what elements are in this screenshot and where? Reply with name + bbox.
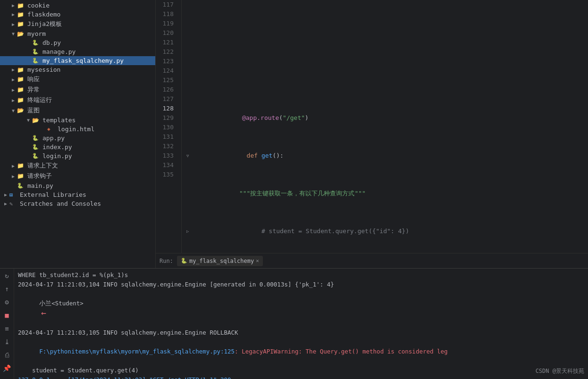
terminal-btn-pin[interactable]: 📌 [2, 363, 12, 373]
folder-arrow-templates: ▼ [25, 118, 32, 123]
folder-arrow-terminal: ▶ [9, 98, 17, 103]
html-icon-login: ◈ [47, 126, 56, 133]
sidebar-item-flaskdemo[interactable]: ▶ 📁 flaskdemo [0, 10, 155, 19]
folder-arrow-blueprint: ▼ [9, 108, 17, 113]
terminal-toolbar: ↻ ↑ ⚙ ■ ≡ ⤓ ⎙ 📌 [0, 269, 14, 379]
line-numbers: 117 118 119 120 121 122 123 124 125 126 … [156, 0, 182, 253]
sidebar-item-index[interactable]: 🐍 index.py [0, 143, 155, 152]
sidebar-item-scratches[interactable]: ▶ ✎ Scratches and Consoles [0, 199, 155, 208]
sidebar-label-response: 响应 [27, 75, 40, 84]
ln-120: 120 [160, 28, 176, 38]
folder-arrow-external: ▶ [2, 192, 9, 197]
folder-icon-req-context: 📁 [17, 162, 25, 169]
py-icon-main: 🐍 [17, 183, 25, 189]
terminal-btn-align[interactable]: ≡ [2, 323, 12, 334]
sidebar-item-req-hook[interactable]: ▶ 📁 请求钩子 [0, 171, 155, 181]
term-line-3: 小兰<Student> ← [18, 289, 584, 328]
sidebar-item-jinja2[interactable]: ▶ 📁 Jinja2模板 [0, 19, 155, 29]
terminal-btn-up[interactable]: ↑ [2, 284, 12, 294]
ln-127: 127 [160, 94, 176, 104]
sidebar-item-cookie[interactable]: ▶ 📁 cookie [0, 1, 155, 10]
sidebar-label-mysession: mysession [27, 66, 60, 73]
term-line-1: WHERE tb_student2.id = %(pk_1)s [18, 270, 584, 280]
ln-122: 122 [160, 47, 176, 57]
sidebar-label-exception: 异常 [27, 85, 40, 94]
folder-icon-exception: 📁 [17, 86, 25, 93]
sidebar-label-terminal: 终端运行 [27, 96, 52, 104]
folder-icon-terminal: 📁 [17, 97, 25, 103]
sidebar-label-login-html: login.html [58, 126, 94, 133]
sidebar-label-manage: manage.py [42, 48, 76, 55]
terminal-btn-print[interactable]: ⎙ [2, 350, 12, 360]
sidebar-label-index: index.py [42, 143, 72, 151]
sidebar-item-my-flask-sqlalchemy[interactable]: 🐍 my_flask_sqlalchemy.py [0, 56, 155, 65]
terminal-btn-scroll[interactable]: ⤓ [2, 337, 12, 347]
sidebar-item-main[interactable]: 🐍 main.py [0, 181, 155, 190]
ln-123: 123 [160, 57, 176, 66]
sidebar-label-external: External Libraries [20, 191, 86, 198]
ln-132: 132 [160, 142, 176, 151]
folder-icon-myorm: 📂 [17, 31, 25, 37]
code-line-122: ▷ # student = Student.query.get({"id": 4… [185, 217, 584, 227]
folder-icon-req-hook: 📁 [17, 173, 25, 179]
sidebar-item-login-html[interactable]: ◈ login.html [0, 125, 155, 134]
sidebar-item-app[interactable]: 🐍 app.py [0, 134, 155, 143]
folder-arrow-cookie: ▶ [9, 3, 17, 8]
sidebar-item-terminal[interactable]: ▶ 📁 终端运行 [0, 95, 155, 105]
sidebar-label-main: main.py [27, 182, 53, 189]
folder-icon-cookie: 📁 [17, 2, 25, 9]
run-tab-label: my_flask_sqlalchemy [189, 258, 254, 264]
sidebar-label-templates: templates [42, 117, 76, 124]
term-line-4: 2024-04-17 11:21:03,105 INFO sqlalchemy.… [18, 328, 584, 337]
code-scroll-area[interactable]: 117 118 119 120 121 122 123 124 125 126 … [156, 0, 588, 253]
lib-icon: ⊞ [9, 192, 18, 198]
sidebar-label-req-context: 请求上下文 [27, 161, 58, 170]
sidebar-item-db[interactable]: 🐍 db.py [0, 38, 155, 47]
code-editor: 117 118 119 120 121 122 123 124 125 126 … [156, 0, 588, 268]
sidebar-label-jinja2: Jinja2模板 [27, 20, 62, 28]
branding: CSDN @景天科技苑 [536, 367, 584, 375]
folder-arrow-flaskdemo: ▶ [9, 12, 17, 17]
ln-119: 119 [160, 19, 176, 28]
terminal-btn-settings[interactable]: ⚙ [2, 297, 12, 307]
sidebar-label-myflask: my_flask_sqlalchemy.py [42, 57, 124, 64]
folder-icon-flaskdemo: 📁 [17, 11, 25, 18]
sidebar-label-scratches: Scratches and Consoles [20, 200, 101, 207]
sidebar-item-response[interactable]: ▶ 📁 响应 [0, 74, 155, 84]
run-tab[interactable]: 🐍 my_flask_sqlalchemy ✕ [177, 256, 263, 266]
sidebar-item-external-lib[interactable]: ▶ ⊞ External Libraries [0, 190, 155, 199]
py-icon-myflask: 🐍 [32, 58, 41, 64]
py-icon-db: 🐍 [32, 40, 41, 46]
sidebar-label-db: db.py [42, 39, 61, 46]
run-bar: Run: 🐍 my_flask_sqlalchemy ✕ [156, 253, 588, 268]
sidebar-item-req-context[interactable]: ▶ 📁 请求上下文 [0, 160, 155, 171]
folder-arrow-myorm: ▼ [9, 31, 17, 36]
terminal-btn-stop[interactable]: ■ [2, 310, 12, 320]
terminal-btn-refresh[interactable]: ↻ [2, 270, 12, 281]
sidebar-item-mysession[interactable]: ▶ 📁 mysession [0, 65, 155, 74]
sidebar-item-myorm[interactable]: ▼ 📂 myorm [0, 29, 155, 38]
folder-arrow-scratches: ▶ [2, 201, 9, 206]
ln-128: 128 [160, 104, 176, 113]
folder-icon-blueprint: 📂 [17, 107, 25, 114]
code-lines[interactable]: @app.route("/get") ▽ def get(): """按主键获取… [182, 0, 588, 253]
sidebar-label-app: app.py [42, 135, 65, 142]
term-line-7: 127.0.0.1 - - [17/Apr/2024 11:21:03] "GE… [18, 375, 584, 379]
folder-arrow-req-context: ▶ [9, 163, 17, 168]
sidebar-item-exception[interactable]: ▶ 📁 异常 [0, 84, 155, 95]
sidebar-item-blueprint[interactable]: ▼ 📂 蓝图 [0, 105, 155, 116]
sidebar-item-login-py[interactable]: 🐍 login.py [0, 152, 155, 160]
code-line-121: """按主键获取一条，有以下几种查询方式""" [185, 179, 584, 189]
term-filepath: F:\pythonitems\myflask\myorm\my_flask_sq… [39, 348, 235, 355]
sidebar-item-manage[interactable]: 🐍 manage.py [0, 47, 155, 56]
py-icon-login: 🐍 [32, 153, 41, 160]
folder-arrow-exception: ▶ [9, 87, 17, 93]
sidebar-item-templates[interactable]: ▼ 📂 templates [0, 116, 155, 125]
ln-129: 129 [160, 113, 176, 123]
folder-arrow-req-hook: ▶ [9, 174, 17, 179]
terminal-panel: ↻ ↑ ⚙ ■ ≡ ⤓ ⎙ 📌 WHERE tb_student2.id = %… [0, 268, 588, 379]
ln-117: 117 [160, 0, 176, 9]
folder-icon-jinja2: 📁 [17, 21, 25, 27]
ln-118: 118 [160, 9, 176, 19]
run-tab-close[interactable]: ✕ [256, 258, 259, 264]
